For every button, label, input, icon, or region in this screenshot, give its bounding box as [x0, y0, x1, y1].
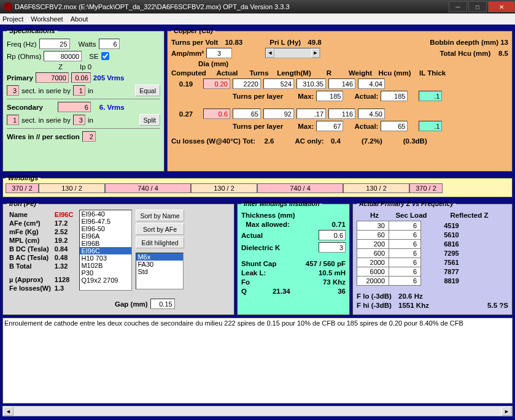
- list-item[interactable]: EI96C: [80, 247, 131, 254]
- sec-sect-b[interactable]: [73, 115, 85, 125]
- list-item[interactable]: EI96-47.5: [80, 218, 131, 225]
- pri-sect-b[interactable]: [73, 85, 85, 96]
- list-item[interactable]: M102B: [80, 262, 131, 269]
- menu-about[interactable]: About: [71, 15, 88, 23]
- frequency-panel: Actual Primary Z vs Frequency Hz Sec Loa…: [352, 200, 513, 315]
- freq-input[interactable]: [39, 39, 70, 49]
- z-label: Z: [58, 63, 63, 71]
- leak-val: 10.5 mH: [319, 269, 346, 277]
- hdr-computed: Computed: [171, 69, 211, 77]
- tpl-label: Turns per layer: [233, 93, 283, 100]
- list-item[interactable]: EI96-40: [80, 210, 131, 218]
- primary-ip0-input[interactable]: [71, 72, 91, 83]
- scroll-right-icon[interactable]: ►: [501, 407, 512, 416]
- iron-name-lbl: Name: [9, 211, 28, 218]
- dia-label: Dia (mm): [198, 60, 228, 67]
- p-weight[interactable]: [328, 78, 355, 89]
- list-item[interactable]: H10 703: [80, 254, 131, 262]
- wires-input[interactable]: [82, 131, 96, 142]
- s-hcu[interactable]: [358, 109, 385, 119]
- se-label: SE: [89, 53, 98, 60]
- amp-input[interactable]: [206, 48, 232, 58]
- hdr-weight: Weight: [344, 69, 376, 77]
- list-item[interactable]: Q19x2 2709: [80, 277, 131, 284]
- max-label: Max:: [298, 93, 314, 100]
- primary-z-input[interactable]: [36, 72, 69, 83]
- sort-name-button[interactable]: Sort by Name: [136, 210, 184, 221]
- list-item[interactable]: M6x: [136, 253, 183, 261]
- s-il[interactable]: [419, 121, 442, 131]
- se-checkbox[interactable]: [101, 52, 109, 60]
- winding-cell: 370 / 2: [6, 183, 39, 193]
- rp-input[interactable]: [44, 51, 82, 61]
- s-r[interactable]: [296, 109, 326, 119]
- p-actual[interactable]: [203, 78, 230, 89]
- frequency-table: 3064519606561020066816600672952000675616…: [357, 221, 482, 286]
- edit-button[interactable]: Edit hilighted: [136, 237, 184, 248]
- s-turns[interactable]: [233, 109, 261, 119]
- winding-cell: 370 / 2: [409, 183, 443, 193]
- maximize-button[interactable]: □: [468, 1, 487, 12]
- scroll-left-icon[interactable]: ◄: [3, 407, 14, 416]
- list-item[interactable]: EI96B: [80, 240, 131, 247]
- iron-panel: Iron (Fe) NameEI96C AFe (cm²)17.2 mFe (K…: [2, 200, 234, 315]
- in-label2: in: [88, 116, 93, 124]
- watts-input[interactable]: [99, 39, 120, 49]
- secondary-input[interactable]: [58, 102, 91, 112]
- s-actual[interactable]: [203, 109, 230, 119]
- list-item[interactable]: EI96A: [80, 232, 131, 240]
- h-scrollbar[interactable]: ◄ ►: [2, 406, 513, 416]
- p-hcu[interactable]: [358, 78, 385, 89]
- minimize-button[interactable]: ─: [449, 1, 467, 12]
- menu-worksheet[interactable]: Worksheet: [31, 15, 63, 23]
- fo-label: Fo: [241, 278, 250, 286]
- s-actl[interactable]: [381, 121, 408, 131]
- dk-input[interactable]: [319, 242, 346, 253]
- p-r[interactable]: [296, 78, 326, 89]
- iron-felw-lbl: Fe losses(W): [9, 284, 51, 292]
- iron-list[interactable]: EI96-40EI96-47.5EI96-50EI96AEI96BEI96CH1…: [79, 210, 132, 291]
- close-button[interactable]: ✕: [488, 1, 515, 12]
- list-item[interactable]: P30: [80, 269, 131, 277]
- table-row: 2000068819: [357, 277, 482, 286]
- max-allowed: 0.71: [332, 221, 346, 228]
- s-max[interactable]: [316, 121, 343, 131]
- ins-actual-input[interactable]: [319, 230, 346, 240]
- list-item[interactable]: Std: [136, 268, 183, 275]
- iron-btot-lbl: B Total: [9, 262, 31, 270]
- spec-legend: Specifications: [7, 27, 58, 34]
- flo-val: 20.6 Hz: [398, 292, 423, 300]
- p-actl[interactable]: [381, 91, 408, 101]
- split-button[interactable]: Split: [139, 114, 160, 126]
- windings-panel: Windings 370 / 2130 / 2740 / 4130 / 2740…: [2, 174, 513, 197]
- p-length[interactable]: [263, 78, 294, 89]
- bd-val: 13: [500, 39, 508, 46]
- material-list[interactable]: M6xFA30Std: [136, 253, 184, 289]
- pri-sect-a[interactable]: [7, 85, 19, 96]
- equal-button[interactable]: Equal: [135, 85, 160, 96]
- bd-label: Bobbin deepth (mm): [430, 39, 498, 46]
- s-length[interactable]: [263, 109, 294, 119]
- sec-sect-a[interactable]: [7, 115, 19, 125]
- iron-mpl: 19.2: [55, 237, 68, 244]
- p-il[interactable]: [419, 91, 442, 101]
- p-turns[interactable]: [233, 78, 261, 89]
- gap-input[interactable]: [150, 299, 175, 309]
- ac-val: 0.4: [331, 137, 341, 145]
- list-item[interactable]: EI96-50: [80, 225, 131, 232]
- insulation-panel: Inter windings insulation Thickness (mm)…: [237, 200, 350, 315]
- slider[interactable]: ◄►: [265, 48, 320, 58]
- p-max[interactable]: [316, 91, 343, 101]
- sort-afe-button[interactable]: Sort by AFe: [136, 223, 184, 235]
- menu-project[interactable]: Project: [2, 15, 23, 23]
- menubar: Project Worksheet About: [0, 13, 515, 25]
- iron-bac-lbl: B AC (Tesla): [9, 254, 48, 261]
- tpv-val: 10.83: [225, 39, 242, 46]
- gap-label: Gap (mm): [115, 300, 148, 308]
- list-item[interactable]: FA30: [136, 261, 183, 268]
- ac-label: AC only:: [295, 137, 323, 145]
- winding-cell: 130 / 2: [343, 183, 409, 193]
- table-row: 6065610: [357, 231, 482, 240]
- notes-textarea[interactable]: Enroulement de cathode entre les deux co…: [2, 318, 513, 403]
- s-weight[interactable]: [328, 109, 355, 119]
